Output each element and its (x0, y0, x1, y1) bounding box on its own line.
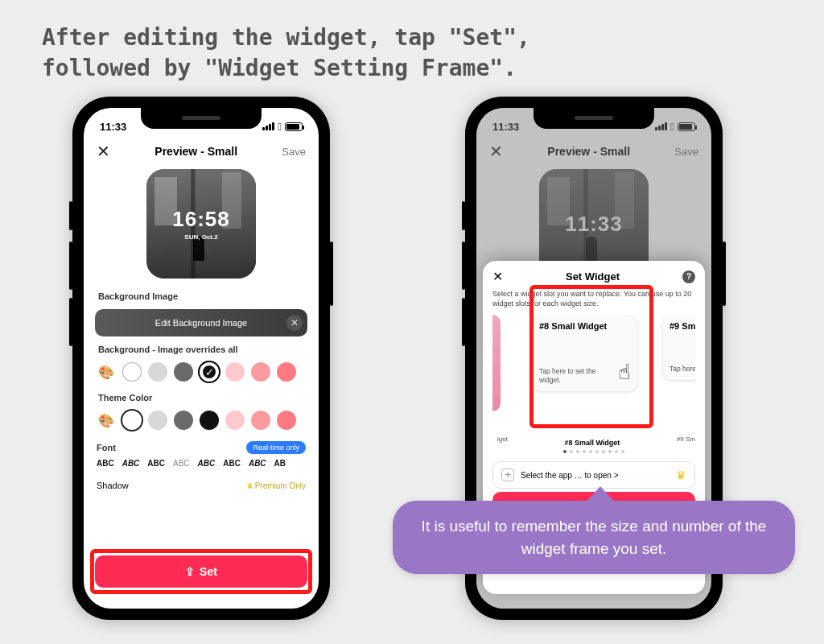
crown-icon: ♛ (676, 469, 686, 481)
plus-icon: + (501, 469, 514, 481)
tip-callout: It is useful to remember the size and nu… (393, 501, 795, 574)
nav-bar: ✕ Preview - Small Save (84, 137, 319, 169)
sheet-description: Select a widget slot you want to replace… (492, 289, 695, 308)
crown-icon: ♛ (246, 481, 253, 490)
label-font: Font (97, 443, 116, 452)
edit-bg-image-button[interactable]: Edit Background Image ✕ (95, 309, 307, 336)
premium-badge: ♛Premium Only (246, 481, 306, 490)
set-button[interactable]: ⇪ Set (95, 555, 307, 588)
help-icon[interactable]: ? (682, 270, 695, 283)
label-bg-overrides: Background - Image overrides all (84, 341, 319, 357)
label-bg-image: Background Image (84, 288, 319, 304)
save-button[interactable]: Save (282, 146, 306, 158)
widget-preview: 16:58 SUN, Oct.2 (146, 169, 256, 279)
bg-color-row: 🎨 (84, 357, 319, 386)
swatch-pink2[interactable] (251, 411, 270, 430)
phone-mockup-left: 11:33 􀙇 ✕ Preview - Small Save 16:58 SUN… (72, 97, 330, 620)
swatch-white[interactable] (122, 362, 142, 382)
palette-icon[interactable]: 🎨 (97, 411, 116, 430)
sheet-title: Set Widget (566, 270, 620, 283)
widget-slot-9[interactable]: #9 Sm Tap here to set the widget. (663, 315, 695, 380)
swatch-pink1[interactable] (225, 411, 245, 430)
label-theme-color: Theme Color (84, 390, 319, 406)
export-icon: ⇪ (185, 565, 195, 578)
swatch-black-selected[interactable] (200, 362, 219, 382)
select-app-row[interactable]: + Select the app … to open > ♛ (492, 461, 695, 489)
label-shadow: Shadow (97, 481, 129, 490)
widget-time: 16:58 (172, 207, 230, 232)
widget-date: SUN, Oct.2 (184, 233, 217, 241)
battery-icon (285, 122, 303, 131)
tap-hand-icon: ☝︎ (618, 360, 631, 385)
signal-icon (262, 122, 274, 130)
font-samples[interactable]: ABCABCABCABCABCABCABCAB (84, 457, 319, 476)
palette-icon[interactable]: 🎨 (97, 362, 116, 382)
swatch-pink3[interactable] (277, 362, 296, 382)
swatch-pink1[interactable] (225, 362, 245, 382)
swatch-pink2[interactable] (251, 362, 270, 382)
carousel-dots (492, 450, 695, 453)
realtime-badge: Real-time only (246, 441, 306, 454)
nav-title: Preview - Small (154, 145, 237, 158)
instruction-headline: After editing the widget, tap "Set", fol… (42, 23, 530, 84)
sheet-close-icon[interactable]: ✕ (492, 269, 503, 284)
slot-8-caption: #8 Small Widget (556, 439, 628, 447)
swatch-black[interactable] (200, 411, 219, 430)
swatch-white-selected[interactable] (122, 411, 142, 430)
widget-slot-carousel[interactable]: #8 Small Widget Tap here to set the widg… (492, 315, 695, 436)
wifi-icon: 􀙇 (278, 121, 282, 133)
clear-bg-icon[interactable]: ✕ (286, 315, 303, 331)
swatch-pink3[interactable] (277, 411, 296, 430)
widget-slot-8[interactable]: #8 Small Widget Tap here to set the widg… (533, 315, 637, 391)
swatch-darkgrey[interactable] (174, 411, 193, 430)
swatch-grey[interactable] (148, 362, 167, 382)
close-icon[interactable]: ✕ (97, 142, 110, 161)
status-time: 11:33 (100, 121, 126, 133)
theme-color-row: 🎨 (84, 406, 319, 435)
swatch-darkgrey[interactable] (174, 362, 193, 382)
swatch-grey[interactable] (148, 411, 167, 430)
